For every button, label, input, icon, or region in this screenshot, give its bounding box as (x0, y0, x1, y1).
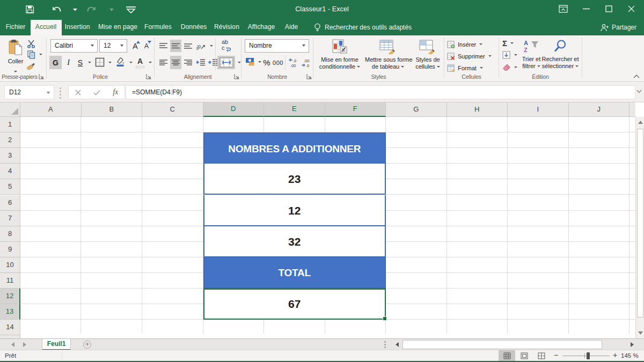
row-header-1[interactable]: 1 (0, 117, 20, 132)
vertical-scrollbar[interactable] (635, 117, 644, 338)
column-header-E[interactable]: E (264, 102, 325, 117)
column-header-G[interactable]: G (386, 102, 447, 117)
column-header-I[interactable]: I (508, 102, 569, 117)
cancel-icon[interactable] (75, 90, 81, 95)
scroll-down-icon[interactable] (638, 331, 643, 335)
increase-decimal-button[interactable]: .0 .00 (287, 56, 299, 69)
underline-dropdown-icon[interactable] (88, 62, 91, 63)
cut-icon[interactable] (27, 40, 35, 48)
sheet-nav-right-icon[interactable] (23, 342, 26, 347)
cell-styles-button[interactable]: Styles de cellules (412, 35, 443, 70)
font-dialog-launcher-icon[interactable] (146, 74, 151, 79)
row-header-4[interactable]: 4 (0, 164, 20, 179)
row-header-13[interactable]: 13 (0, 304, 20, 320)
ribbon-display-options-icon[interactable] (559, 5, 568, 13)
table-cell[interactable]: NOMBRES A ADDITIONNER (203, 132, 386, 164)
copy-dropdown-icon[interactable] (39, 54, 42, 55)
align-right-button[interactable] (182, 56, 194, 69)
hscroll-right-arrow[interactable] (627, 340, 636, 349)
tab-insertion[interactable]: Insertion (65, 19, 90, 35)
tab-fichier[interactable]: Fichier (6, 19, 26, 35)
tab-révision[interactable]: Révision (214, 19, 239, 35)
zoom-in-button[interactable]: + (611, 350, 619, 361)
fill-button[interactable] (502, 51, 517, 59)
tab-données[interactable]: Données (181, 19, 207, 35)
align-top-button[interactable] (158, 40, 169, 52)
currency-icon[interactable] (245, 57, 255, 67)
align-bottom-button[interactable] (182, 40, 194, 52)
font-color-button[interactable]: A (135, 56, 145, 68)
select-all-corner[interactable] (0, 102, 20, 117)
column-header-D[interactable]: D (203, 102, 265, 117)
italic-button[interactable]: I (63, 56, 74, 69)
hscroll-left-arrow[interactable] (392, 340, 401, 349)
row-header-12[interactable]: 12 (0, 289, 20, 304)
align-middle-button[interactable] (170, 40, 181, 52)
table-cell[interactable]: 23 (203, 164, 386, 195)
fill-color-icon[interactable] (115, 56, 126, 67)
insert-cells-button[interactable]: Insérer (447, 40, 482, 49)
currency-dropdown-icon[interactable] (258, 61, 261, 63)
format-as-table-button[interactable]: Mettre sous forme de tableau (365, 35, 411, 70)
scroll-up-icon[interactable] (638, 121, 643, 124)
table-cell[interactable]: 12 (203, 195, 386, 226)
column-header-F[interactable]: F (325, 102, 386, 117)
zoom-slider-thumb[interactable] (587, 352, 590, 359)
paste-button[interactable]: Coller (2, 35, 29, 76)
orientation-button[interactable]: ab (195, 40, 207, 52)
vertical-scroll-thumb[interactable] (637, 129, 643, 317)
share-button[interactable]: Partager (600, 19, 636, 35)
wrap-text-button[interactable]: ab c (218, 39, 235, 53)
tab-accueil[interactable]: Accueil (35, 19, 56, 35)
close-icon[interactable] (628, 5, 635, 12)
decrease-decimal-button[interactable]: .00 .0 (299, 56, 311, 69)
column-header-J[interactable]: J (569, 102, 630, 117)
column-header-A[interactable]: A (20, 102, 82, 117)
number-format-combo[interactable]: Nombre (245, 39, 309, 53)
minimize-icon[interactable] (583, 8, 590, 10)
borders-dropdown-icon[interactable] (108, 62, 112, 63)
normal-view-button[interactable] (499, 350, 515, 361)
font-color-dropdown-icon[interactable] (149, 62, 152, 63)
align-center-button[interactable] (170, 56, 181, 69)
merge-dropdown-icon[interactable] (238, 62, 241, 63)
new-sheet-button[interactable]: + (83, 341, 91, 349)
row-header-9[interactable]: 9 (0, 242, 20, 257)
alignment-dialog-launcher-icon[interactable] (234, 74, 239, 79)
conditional-formatting-button[interactable]: Mise en forme conditionnelle (316, 35, 364, 70)
bold-button[interactable]: G (49, 56, 62, 69)
name-box[interactable]: D12 (4, 85, 54, 99)
format-cells-button[interactable]: Format (447, 63, 483, 72)
row-header-7[interactable]: 7 (0, 211, 20, 226)
page-layout-view-button[interactable] (516, 350, 532, 361)
horizontal-scroll-thumb[interactable] (402, 340, 602, 349)
number-dialog-launcher-icon[interactable] (306, 74, 312, 79)
font-name-combo[interactable]: Calibri (50, 39, 98, 53)
formula-input[interactable]: =SOMME(D4:F9) (126, 85, 635, 99)
insert-function-button[interactable]: fx (113, 88, 118, 97)
row-header-11[interactable]: 11 (0, 273, 20, 289)
column-header-C[interactable]: C (142, 102, 203, 117)
underline-button[interactable]: S (75, 56, 86, 69)
shrink-font-button[interactable]: A (141, 40, 152, 52)
zoom-slider-track[interactable] (562, 356, 610, 356)
find-select-button[interactable]: Rechercher et sélectionner (539, 35, 582, 69)
tell-me-box[interactable]: Rechercher des outils adaptés (314, 19, 412, 35)
tab-affichage[interactable]: Affichage (248, 19, 275, 35)
maximize-icon[interactable] (605, 5, 612, 12)
row-header-14[interactable]: 14 (0, 320, 20, 335)
row-header-8[interactable]: 8 (0, 226, 20, 242)
table-cell[interactable]: TOTAL (203, 257, 386, 289)
collapse-ribbon-icon[interactable] (633, 74, 640, 78)
align-left-button[interactable] (158, 56, 169, 69)
copy-icon[interactable] (27, 50, 35, 59)
page-break-view-button[interactable] (533, 350, 550, 361)
zoom-out-button[interactable]: − (552, 350, 560, 361)
expand-formula-bar-icon[interactable] (636, 90, 642, 93)
clipboard-dialog-launcher-icon[interactable] (39, 74, 44, 79)
format-painter-icon[interactable] (27, 61, 36, 70)
tab-scrollbar-grip[interactable] (384, 341, 386, 349)
tab-aide[interactable]: Aide (285, 19, 298, 35)
comma-style-button[interactable]: 000 (272, 56, 284, 69)
enter-icon[interactable] (93, 90, 100, 95)
